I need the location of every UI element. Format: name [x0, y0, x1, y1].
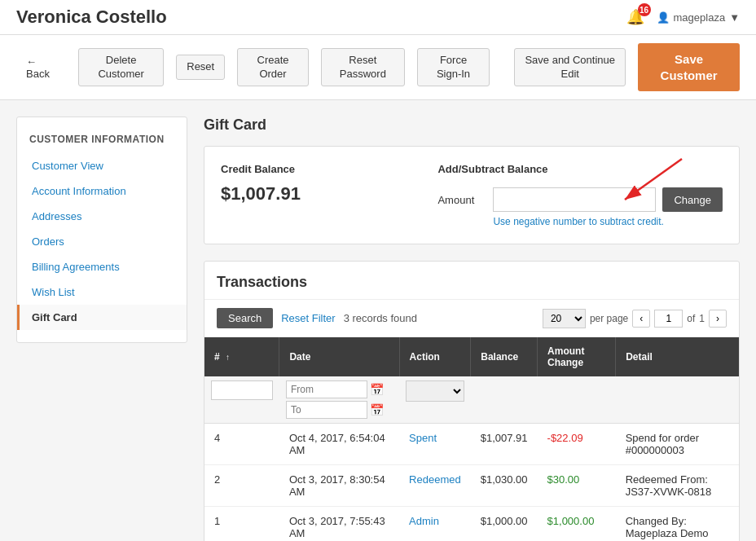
cell-date: Oct 4, 2017, 6:54:04 AM [279, 424, 399, 465]
per-page-select[interactable]: 203050100200 [543, 309, 586, 328]
cell-num: 2 [204, 465, 279, 507]
cell-balance: $1,030.00 [471, 465, 538, 507]
top-bar-right: 🔔 16 👤 mageplaza ▼ [626, 8, 740, 26]
cell-date: Oct 3, 2017, 8:30:54 AM [279, 465, 399, 507]
col-balance: Balance [471, 337, 538, 376]
chevron-down-icon: ▼ [729, 11, 740, 24]
hint-text: Use negative number to subtract credit. [493, 216, 723, 227]
reset-button[interactable]: Reset [176, 55, 225, 80]
cell-action: Redeemed [399, 465, 471, 507]
user-avatar-icon: 👤 [657, 11, 670, 24]
cell-detail: Redeemed From: JS37-XVWK-0818 [616, 465, 739, 507]
transactions-title: Transactions [204, 262, 739, 300]
page-input[interactable] [654, 310, 683, 328]
filter-detail-cell [616, 376, 739, 424]
sidebar: CUSTOMER INFORMATION Customer ViewAccoun… [16, 117, 187, 343]
sidebar-item-wish-list[interactable]: Wish List [17, 279, 187, 305]
add-subtract-box: Add/Subtract Balance Amount Change Use n… [437, 163, 723, 227]
col-date: Date [279, 337, 399, 376]
sidebar-item-customer-view[interactable]: Customer View [17, 153, 187, 178]
amount-label: Amount [437, 194, 486, 206]
delete-customer-button[interactable]: Delete Customer [78, 48, 164, 87]
cell-detail: Changed By: Mageplaza Demo [616, 507, 739, 542]
prev-page-button[interactable]: ‹ [632, 310, 650, 328]
filter-date-from-input[interactable] [286, 380, 367, 398]
action-bar: ← Back Delete Customer Reset Create Orde… [0, 35, 756, 100]
records-found: 3 records found [344, 312, 417, 324]
filter-date-to-input[interactable] [286, 401, 367, 419]
sidebar-item-billing-agreements[interactable]: Billing Agreements [17, 254, 187, 279]
per-page-label: per page [590, 313, 628, 324]
col-detail: Detail [616, 337, 739, 376]
col-action: Action [399, 337, 471, 376]
action-link[interactable]: Redeemed [409, 473, 461, 486]
filter-action-select[interactable] [406, 380, 464, 402]
transactions-table: # ↑ Date Action Balance Amount Change De… [204, 337, 739, 541]
cell-amount-change: $1,000.00 [538, 507, 616, 542]
main-layout: CUSTOMER INFORMATION Customer ViewAccoun… [0, 100, 756, 541]
filter-date-from-row: 📅 [286, 380, 393, 398]
col-amount-change: Amount Change [538, 337, 616, 376]
save-and-continue-button[interactable]: Save and Continue Edit [514, 48, 626, 87]
cell-balance: $1,007.91 [471, 424, 538, 465]
sidebar-section-title: CUSTOMER INFORMATION [17, 130, 187, 153]
calendar-from-icon[interactable]: 📅 [370, 383, 384, 396]
notification-icon[interactable]: 🔔 16 [626, 8, 644, 26]
table-header: # ↑ Date Action Balance Amount Change De… [204, 337, 739, 376]
change-button[interactable]: Change [662, 187, 723, 212]
user-name: mageplaza [674, 11, 726, 24]
cell-detail: Spend for order #000000003 [616, 424, 739, 465]
filter-date-container: 📅 📅 [286, 380, 393, 419]
page-total: 1 [699, 313, 705, 324]
search-button[interactable]: Search [217, 308, 273, 328]
sidebar-item-orders[interactable]: Orders [17, 229, 187, 254]
table-row: 1 Oct 3, 2017, 7:55:43 AM Admin $1,000.0… [204, 507, 739, 542]
amount-row: Amount Change [437, 187, 723, 212]
pagination-area: 203050100200 per page ‹ of 1 › [543, 309, 727, 328]
gift-card-panel: Credit Balance $1,007.91 Add/Subtract Ba… [204, 146, 740, 244]
sidebar-item-addresses[interactable]: Addresses [17, 204, 187, 229]
table-body: 📅 📅 [204, 376, 739, 541]
cell-amount-change: -$22.09 [538, 424, 616, 465]
credit-balance-box: Credit Balance $1,007.91 [221, 163, 413, 205]
header-row: # ↑ Date Action Balance Amount Change De… [204, 337, 739, 376]
filter-num-cell [204, 376, 279, 424]
gift-card-title: Gift Card [204, 117, 740, 134]
create-order-button[interactable]: Create Order [237, 48, 309, 87]
cell-action: Admin [399, 507, 471, 542]
sort-icon: ↑ [226, 353, 230, 362]
user-menu[interactable]: 👤 mageplaza ▼ [657, 11, 740, 24]
action-link[interactable]: Spent [409, 432, 437, 444]
add-subtract-label: Add/Subtract Balance [437, 163, 723, 175]
reset-filter-button[interactable]: Reset Filter [281, 312, 335, 324]
reset-password-button[interactable]: Reset Password [321, 48, 405, 87]
filter-date-to-row: 📅 [286, 401, 393, 419]
credit-balance-value: $1,007.91 [221, 183, 413, 205]
filter-date-cell: 📅 📅 [279, 376, 399, 424]
calendar-to-icon[interactable]: 📅 [370, 403, 384, 416]
notification-badge: 16 [638, 3, 651, 16]
amount-input[interactable] [493, 187, 656, 212]
back-button[interactable]: ← Back [16, 51, 66, 85]
filter-num-input[interactable] [211, 380, 273, 400]
table-row: 4 Oct 4, 2017, 6:54:04 AM Spent $1,007.9… [204, 424, 739, 465]
action-link[interactable]: Admin [409, 515, 439, 527]
page-of-label: of [687, 313, 695, 324]
filter-row: 📅 📅 [204, 376, 739, 424]
cell-action: Spent [399, 424, 471, 465]
force-sign-in-button[interactable]: Force Sign-In [417, 48, 490, 87]
sidebar-item-gift-card[interactable]: Gift Card [17, 305, 187, 330]
sidebar-item-account-information[interactable]: Account Information [17, 178, 187, 204]
filter-balance-cell [471, 376, 538, 424]
cell-date: Oct 3, 2017, 7:55:43 AM [279, 507, 399, 542]
filter-amount-cell [538, 376, 616, 424]
table-row: 2 Oct 3, 2017, 8:30:54 AM Redeemed $1,03… [204, 465, 739, 507]
save-customer-button[interactable]: Save Customer [638, 43, 740, 91]
filter-action-cell [399, 376, 471, 424]
transactions-section: Transactions Search Reset Filter 3 recor… [204, 261, 740, 541]
cell-balance: $1,000.00 [471, 507, 538, 542]
col-num: # ↑ [204, 337, 279, 376]
search-bar: Search Reset Filter 3 records found 2030… [204, 300, 739, 337]
top-bar: Veronica Costello 🔔 16 👤 mageplaza ▼ [0, 0, 756, 35]
next-page-button[interactable]: › [709, 310, 727, 328]
